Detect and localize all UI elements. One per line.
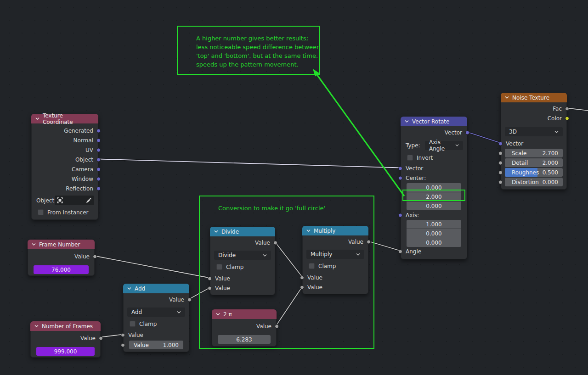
wire-vector-rotate-to-noise[interactable] xyxy=(467,132,501,143)
axis-y-field[interactable]: 0.000 xyxy=(407,229,461,238)
object-data-icon xyxy=(57,197,63,203)
socket-reflection-output[interactable] xyxy=(96,186,101,190)
node-header-vector-rotate[interactable]: Vector Rotate xyxy=(401,117,467,126)
field-value: 0.000 xyxy=(426,230,441,237)
dimensions-dropdown[interactable]: 3D xyxy=(505,127,563,136)
chevron-down-icon[interactable] xyxy=(32,243,36,246)
clamp-label: Clamp xyxy=(139,321,157,327)
socket-value-output[interactable] xyxy=(93,254,97,258)
socket-generated-output[interactable] xyxy=(96,129,101,133)
chevron-down-icon[interactable] xyxy=(127,287,131,290)
output-label: Camera xyxy=(72,166,93,173)
chevron-down-icon[interactable] xyxy=(405,120,409,123)
chevron-down-icon[interactable] xyxy=(505,96,509,99)
checkbox-icon[interactable] xyxy=(407,155,413,161)
node-title: Texture Coordinate xyxy=(43,112,94,125)
node-header-frame-number[interactable]: Frame Number xyxy=(28,240,95,249)
number-of-frames-value-field[interactable]: 999.000 xyxy=(36,347,95,356)
note-line: less noticeable speed difference between xyxy=(196,43,320,51)
node-frame-number[interactable]: Frame Number Value 76.000 xyxy=(28,240,95,276)
roughness-slider[interactable]: Roughnes 0.500 xyxy=(505,168,563,177)
node-noise-texture[interactable]: Noise Texture Fac Color 3D Vector Scale … xyxy=(501,93,567,190)
wire-fac-offscreen[interactable] xyxy=(567,108,588,111)
socket-vector-output[interactable] xyxy=(465,130,469,134)
angle-label: Angle xyxy=(406,248,421,255)
value-slider[interactable]: Value 1.000 xyxy=(129,341,183,349)
wire-frame-number-to-divide[interactable] xyxy=(95,256,210,278)
chevron-down-icon xyxy=(554,131,559,133)
frame-number-value-field[interactable]: 76.000 xyxy=(34,265,89,274)
field-value: 0.000 xyxy=(426,240,441,246)
node-editor-canvas[interactable]: A higher number gives better results; le… xyxy=(0,0,588,375)
node-header-noise-texture[interactable]: Noise Texture xyxy=(501,93,567,102)
output-label: UV xyxy=(85,147,93,153)
axis-vector-fields[interactable]: 1.000 0.000 0.000 xyxy=(407,220,461,247)
output-label: Color xyxy=(548,115,562,122)
socket-window-output[interactable] xyxy=(96,177,101,181)
node-number-of-frames[interactable]: Number of Frames Value 999.000 xyxy=(30,321,101,358)
field-value: 0.000 xyxy=(426,203,441,209)
checkbox-icon[interactable] xyxy=(38,209,44,215)
socket-color-output[interactable] xyxy=(565,116,569,120)
eyedropper-icon[interactable] xyxy=(86,197,92,203)
socket-roughness-input[interactable] xyxy=(498,170,503,174)
annotation-box-note: A higher number gives better results; le… xyxy=(177,26,320,75)
field-value: 999.000 xyxy=(54,348,77,355)
socket-value-input-1[interactable] xyxy=(121,333,125,337)
slider-value: 0.000 xyxy=(543,179,563,185)
socket-distortion-input[interactable] xyxy=(498,180,503,184)
slider-label: Scale xyxy=(505,150,526,157)
socket-fac-output[interactable] xyxy=(565,106,569,111)
wire-object-to-vector-rotate[interactable] xyxy=(98,159,401,168)
scale-slider[interactable]: Scale 2.700 xyxy=(505,149,563,157)
note-line: 'top' and 'bottom', but at the same time… xyxy=(196,51,320,60)
node-math-add[interactable]: Add Value Add Clamp Value Value 1.000 xyxy=(123,284,189,352)
socket-camera-output[interactable] xyxy=(96,167,101,171)
chevron-down-icon[interactable] xyxy=(35,118,40,120)
node-header-texture-coordinate[interactable]: Texture Coordinate xyxy=(31,114,98,123)
node-header-number-of-frames[interactable]: Number of Frames xyxy=(30,321,101,331)
axis-label: Axis: xyxy=(406,212,419,218)
socket-normal-output[interactable] xyxy=(96,138,101,142)
node-vector-rotate[interactable]: Vector Rotate Vector Type: Axis Angle In… xyxy=(401,117,467,259)
socket-object-output[interactable] xyxy=(96,157,101,162)
socket-vector-input[interactable] xyxy=(398,166,402,170)
socket-vector-input[interactable] xyxy=(498,141,503,146)
node-texture-coordinate[interactable]: Texture Coordinate Generated Normal UV O… xyxy=(31,114,98,220)
input-label: Vector xyxy=(406,165,423,172)
slider-value: 1.000 xyxy=(163,342,179,348)
rotate-type-dropdown[interactable]: Axis Angle xyxy=(425,141,463,150)
chevron-down-icon[interactable] xyxy=(34,325,39,327)
axis-z-field[interactable]: 0.000 xyxy=(407,238,461,247)
invert-checkbox-row[interactable]: Invert xyxy=(407,154,433,161)
chevron-down-icon xyxy=(177,311,181,313)
wire-number-of-frames-to-add[interactable] xyxy=(101,335,123,337)
socket-scale-input[interactable] xyxy=(498,151,503,155)
from-instancer-checkbox-row[interactable]: From Instancer xyxy=(38,209,89,216)
socket-axis-input[interactable] xyxy=(398,213,402,217)
type-label: Type: xyxy=(406,142,420,149)
slider-label: Value xyxy=(134,342,149,348)
output-label: Reflection xyxy=(66,185,93,192)
socket-angle-input[interactable] xyxy=(398,249,402,253)
center-z-field[interactable]: 0.000 xyxy=(407,201,461,210)
node-header-add[interactable]: Add xyxy=(123,284,189,293)
distortion-slider[interactable]: Distortion 0.000 xyxy=(505,178,563,186)
checkbox-icon[interactable] xyxy=(130,321,136,327)
object-picker-field[interactable] xyxy=(55,196,94,205)
annotation-note-text: A higher number gives better results; le… xyxy=(196,34,320,69)
socket-value-input-2[interactable] xyxy=(121,343,125,347)
operation-dropdown[interactable]: Add xyxy=(127,308,185,317)
detail-slider[interactable]: Detail 2.000 xyxy=(505,158,563,167)
socket-value-output[interactable] xyxy=(187,297,192,302)
output-label: Object xyxy=(75,157,93,163)
clamp-checkbox-row[interactable]: Clamp xyxy=(130,320,157,327)
socket-uv-output[interactable] xyxy=(96,148,101,152)
axis-x-field[interactable]: 1.000 xyxy=(407,220,461,229)
socket-value-output[interactable] xyxy=(99,336,103,340)
socket-detail-input[interactable] xyxy=(498,161,503,165)
socket-center-input[interactable] xyxy=(398,176,402,180)
center-label: Center: xyxy=(406,175,426,181)
object-field-label: Object: xyxy=(36,197,56,204)
output-label: Window xyxy=(72,176,93,182)
